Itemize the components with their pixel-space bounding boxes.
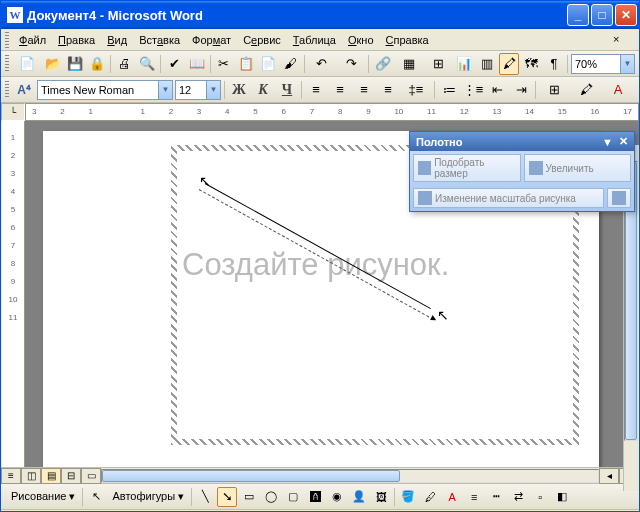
view-print-button[interactable]: ▤ — [41, 468, 61, 484]
select-objects-button[interactable]: ↖ — [86, 487, 106, 507]
menu-tools[interactable]: Сервис — [237, 32, 287, 48]
canvas-scale-button[interactable]: Изменение масштаба рисунка — [413, 188, 604, 208]
permissions-button[interactable]: 🔒 — [87, 53, 107, 75]
line-color-button[interactable]: 🖊 — [420, 487, 440, 507]
horizontal-ruler[interactable]: 3211234567891011121314151617 — [25, 103, 639, 121]
help-icon[interactable]: × — [613, 33, 627, 47]
wordart-button[interactable]: 🅰 — [305, 487, 325, 507]
picture-button[interactable]: 🖼 — [371, 487, 391, 507]
view-reading-button[interactable]: ▭ — [81, 468, 101, 484]
menu-format[interactable]: Формат — [186, 32, 237, 48]
save-button[interactable]: 💾 — [65, 53, 85, 75]
menu-table[interactable]: Таблица — [287, 32, 342, 48]
italic-button[interactable]: К — [252, 79, 274, 101]
outdent-button[interactable]: ⇤ — [486, 79, 508, 101]
drawing-button[interactable]: 🖍 — [499, 53, 520, 75]
print-button[interactable]: 🖨 — [114, 53, 134, 75]
shadow-button[interactable]: ▫ — [530, 487, 550, 507]
line-style-button[interactable]: ≡ — [464, 487, 484, 507]
align-center-button[interactable]: ≡ — [329, 79, 351, 101]
linespacing-button[interactable]: ‡≡ — [401, 79, 431, 101]
menu-view[interactable]: Вид — [101, 32, 133, 48]
bold-button[interactable]: Ж — [228, 79, 250, 101]
diagram-button[interactable]: ◉ — [327, 487, 347, 507]
maximize-button[interactable]: □ — [591, 4, 613, 26]
size-input[interactable] — [176, 81, 206, 99]
draw-menu-button[interactable]: Рисование ▾ — [7, 490, 79, 503]
minimize-button[interactable]: _ — [567, 4, 589, 26]
menu-insert[interactable]: Вставка — [133, 32, 186, 48]
hyperlink-button[interactable]: 🔗 — [372, 53, 392, 75]
numbering-button[interactable]: ≔ — [438, 79, 460, 101]
align-left-button[interactable]: ≡ — [305, 79, 327, 101]
canvas-expand-button[interactable]: Увеличить — [524, 154, 632, 182]
toolbar-close-icon[interactable]: ✕ — [619, 135, 628, 148]
undo-button[interactable]: ↶ — [308, 53, 336, 75]
size-combo[interactable]: ▼ — [175, 80, 221, 100]
indent-button[interactable]: ⇥ — [510, 79, 532, 101]
font-dropdown-icon[interactable]: ▼ — [158, 81, 172, 99]
menu-help[interactable]: Справка — [380, 32, 435, 48]
menu-edit[interactable]: Правка — [52, 32, 101, 48]
copy-button[interactable]: 📋 — [236, 53, 256, 75]
canvas-toolbar[interactable]: Полотно ▼ ✕ Подобрать размер Увеличить И… — [409, 131, 635, 212]
view-normal-button[interactable]: ≡ — [1, 468, 21, 484]
docmap-button[interactable]: 🗺 — [521, 53, 541, 75]
zoom-dropdown-icon[interactable]: ▼ — [620, 55, 634, 73]
preview-button[interactable]: 🔍 — [137, 53, 157, 75]
format-painter-button[interactable]: 🖌 — [281, 53, 301, 75]
size-dropdown-icon[interactable]: ▼ — [206, 81, 220, 99]
align-right-button[interactable]: ≡ — [353, 79, 375, 101]
zoom-combo[interactable]: ▼ — [571, 54, 635, 74]
insert-table-button[interactable]: ⊞ — [424, 53, 452, 75]
menu-file[interactable]: Файл — [13, 32, 52, 48]
fontcolor-button[interactable]: A — [603, 79, 633, 101]
line-tool-button[interactable]: ╲ — [195, 487, 215, 507]
menubar-grip[interactable] — [5, 32, 9, 48]
font-color-button[interactable]: A — [442, 487, 462, 507]
arrow-style-button[interactable]: ⇄ — [508, 487, 528, 507]
canvas-textwrap-button[interactable] — [607, 188, 631, 208]
view-web-button[interactable]: ◫ — [21, 468, 41, 484]
dash-style-button[interactable]: ┅ — [486, 487, 506, 507]
scroll-left-button[interactable]: ◂ — [599, 468, 619, 484]
paste-button[interactable]: 📄 — [258, 53, 278, 75]
tables-borders-button[interactable]: ▦ — [395, 53, 423, 75]
horizontal-scrollbar[interactable] — [101, 469, 599, 483]
tabselector[interactable]: └ — [1, 103, 25, 121]
new-button[interactable]: 📄 — [13, 53, 41, 75]
zoom-input[interactable] — [572, 55, 620, 73]
borders-button[interactable]: ⊞ — [539, 79, 569, 101]
close-button[interactable]: ✕ — [615, 4, 637, 26]
toolbar-options-icon[interactable]: ▼ — [602, 136, 613, 148]
showhide-button[interactable]: ¶ — [544, 53, 564, 75]
underline-button[interactable]: Ч — [276, 79, 298, 101]
arrow-tool-button[interactable]: ➘ — [217, 487, 237, 507]
cut-button[interactable]: ✂ — [214, 53, 234, 75]
canvas-fit-button[interactable]: Подобрать размер — [413, 154, 521, 182]
rectangle-tool-button[interactable]: ▭ — [239, 487, 259, 507]
3d-button[interactable]: ◧ — [552, 487, 572, 507]
bullets-button[interactable]: ⋮≡ — [462, 79, 484, 101]
redo-button[interactable]: ↷ — [338, 53, 366, 75]
canvas-toolbar-title[interactable]: Полотно ▼ ✕ — [410, 132, 634, 151]
vertical-ruler[interactable]: 1234567891011 — [1, 121, 25, 467]
research-button[interactable]: 📖 — [186, 53, 206, 75]
spelling-button[interactable]: ✔ — [164, 53, 184, 75]
oval-tool-button[interactable]: ◯ — [261, 487, 281, 507]
clipart-button[interactable]: 👤 — [349, 487, 369, 507]
toolbar-grip[interactable] — [5, 55, 9, 73]
justify-button[interactable]: ≡ — [377, 79, 399, 101]
view-outline-button[interactable]: ⊟ — [61, 468, 81, 484]
menu-window[interactable]: Окно — [342, 32, 380, 48]
textbox-tool-button[interactable]: ▢ — [283, 487, 303, 507]
fill-color-button[interactable]: 🪣 — [398, 487, 418, 507]
toolbar-grip[interactable] — [5, 81, 9, 99]
highlight-button[interactable]: 🖍 — [571, 79, 601, 101]
autoshapes-menu-button[interactable]: Автофигуры ▾ — [108, 490, 188, 503]
columns-button[interactable]: ▥ — [477, 53, 497, 75]
open-button[interactable]: 📂 — [42, 53, 62, 75]
font-input[interactable] — [38, 81, 158, 99]
excel-button[interactable]: 📊 — [454, 53, 474, 75]
font-combo[interactable]: ▼ — [37, 80, 173, 100]
